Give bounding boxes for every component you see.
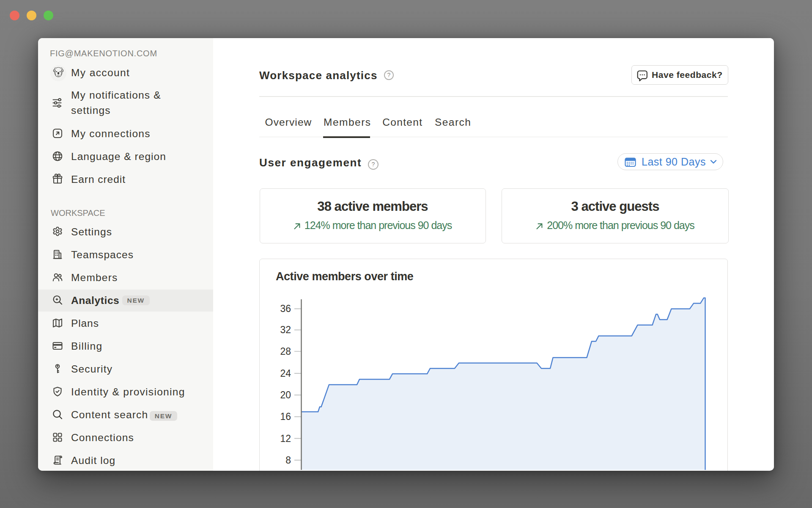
svg-text:28: 28 [280,346,291,357]
svg-text:20: 20 [280,389,291,400]
svg-text:8: 8 [285,455,291,466]
svg-text:12: 12 [280,433,291,444]
svg-text:16: 16 [280,411,291,422]
svg-text:32: 32 [280,324,291,335]
svg-text:36: 36 [280,303,291,314]
svg-text:24: 24 [280,368,291,379]
